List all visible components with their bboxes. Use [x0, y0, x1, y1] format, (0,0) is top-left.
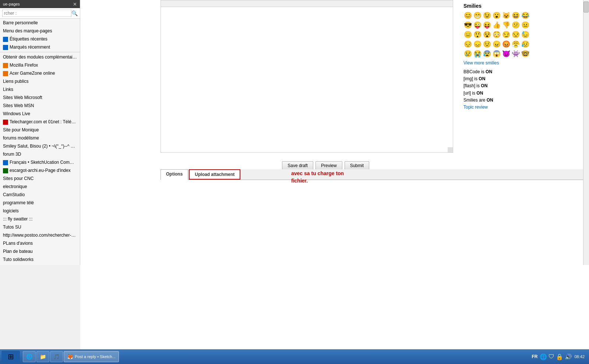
list-item[interactable]: Sites pour CNC: [0, 174, 80, 183]
smiley-22[interactable]: 😔: [463, 40, 472, 49]
windows-icon: ⊞: [8, 352, 14, 361]
smiley-30[interactable]: 😭: [473, 49, 482, 58]
list-item[interactable]: http://www.postoo.com/rechercher-code...: [0, 231, 80, 239]
editor-toolbar: [161, 0, 453, 7]
smiley-14[interactable]: 😐: [521, 21, 530, 29]
smiley-28[interactable]: 😥: [521, 40, 530, 49]
smiley-35[interactable]: 🤓: [521, 49, 530, 58]
taskbar-app-folder[interactable]: 📁: [36, 351, 49, 362]
list-item[interactable]: Tutos SU: [0, 223, 80, 231]
list-item[interactable]: Obtenir des modules complémentaires: [0, 53, 80, 61]
smiley-13[interactable]: 😕: [511, 21, 520, 29]
smiley-34[interactable]: 👾: [511, 49, 520, 58]
bbcode-status: ON: [486, 69, 492, 74]
taskbar-app-media[interactable]: 🎵: [50, 351, 63, 362]
topic-review-link[interactable]: Topic review: [463, 104, 531, 111]
network-icon: 🌐: [540, 353, 547, 360]
list-item[interactable]: Acer GameZone online: [0, 69, 80, 77]
list-item[interactable]: escargot-archi.eu-Page d'index: [0, 166, 80, 174]
smiley-20[interactable]: 😒: [511, 30, 520, 39]
smiley-21[interactable]: 😓: [521, 30, 530, 39]
start-button[interactable]: ⊞: [1, 351, 20, 363]
sidebar-separator: [0, 52, 80, 52]
smiley-2[interactable]: 😁: [473, 11, 482, 20]
smiley-12[interactable]: 👎: [502, 21, 511, 29]
taskbar-active-app[interactable]: 🦊 Post a reply • Sketch...: [64, 351, 119, 362]
smiley-32[interactable]: 😱: [492, 49, 501, 58]
save-draft-button[interactable]: Save draft: [282, 161, 313, 170]
list-item[interactable]: Barre personnelle: [0, 19, 80, 27]
list-item[interactable]: Sites Web Microsoft: [0, 93, 80, 102]
smiley-6[interactable]: 😆: [511, 11, 520, 20]
list-item[interactable]: Liens publics: [0, 77, 80, 85]
list-item[interactable]: Mozilla Firefox: [0, 61, 80, 69]
bbcode-label: BBCode: [463, 69, 480, 74]
smiley-19[interactable]: 😏: [502, 30, 511, 39]
tabs-header: Options Upload attachment: [161, 169, 588, 180]
smiley-24[interactable]: 😟: [483, 40, 491, 49]
list-item[interactable]: logiciels: [0, 207, 80, 215]
list-item[interactable]: electronique: [0, 183, 80, 191]
smiley-26[interactable]: 😡: [502, 40, 511, 49]
media-icon: 🎵: [53, 354, 60, 360]
smiley-31[interactable]: 😰: [483, 49, 491, 58]
smiley-11[interactable]: 👍: [492, 21, 501, 29]
volume-icon[interactable]: 🔊: [565, 353, 572, 360]
list-item[interactable]: Sites Web MSN: [0, 102, 80, 110]
preview-button[interactable]: Preview: [315, 161, 342, 170]
list-item[interactable]: Telecharger.com et 01net : Téléchargeme.…: [0, 118, 80, 126]
view-more-smilies-link[interactable]: View more smilies: [463, 60, 531, 66]
list-item[interactable]: Menu des marque-pages: [0, 27, 80, 35]
taskbar-right: FR 🌐 🛡 🔒 🔊 08:42: [532, 353, 588, 360]
sidebar-search-input[interactable]: [2, 10, 71, 17]
smiley-5[interactable]: 😺: [502, 11, 511, 20]
smiley-3[interactable]: 😉: [483, 11, 491, 20]
list-item[interactable]: PLans d'avions: [0, 239, 80, 247]
list-item[interactable]: Tuto solidworks: [0, 255, 80, 264]
list-item[interactable]: forums modélisme: [0, 134, 80, 142]
smiley-17[interactable]: 😵: [483, 30, 491, 39]
smiley-8[interactable]: 😎: [463, 21, 472, 29]
tab-options[interactable]: Options: [161, 169, 188, 180]
list-item[interactable]: Windows Live: [0, 110, 80, 118]
smiley-15[interactable]: 😑: [463, 30, 472, 39]
smilies-panel: Smilies 😊 😁 😉 😮 😺 😆 😂 😎 😜 😝 👍 👎 😕 😐 😑 😲 …: [461, 0, 534, 117]
list-item[interactable]: Links: [0, 85, 80, 93]
list-item[interactable]: forum 3D: [0, 150, 80, 158]
message-input[interactable]: [161, 7, 453, 152]
firefox-icon: 🦊: [67, 354, 73, 360]
page-scrollbar-thumb[interactable]: [583, 1, 589, 13]
smilies-status: ON: [487, 98, 493, 103]
list-item[interactable]: CamStudio: [0, 191, 80, 199]
list-item[interactable]: Site pour Monique: [0, 126, 80, 134]
smiley-9[interactable]: 😜: [473, 21, 482, 29]
smiley-27[interactable]: 😤: [511, 40, 520, 49]
list-item[interactable]: Français • SketchUcation Community F...: [0, 158, 80, 166]
list-item[interactable]: Marqués récemment: [0, 43, 80, 51]
smiley-16[interactable]: 😲: [473, 30, 482, 39]
smiley-4[interactable]: 😮: [492, 11, 501, 20]
smiley-25[interactable]: 😠: [492, 40, 501, 49]
submit-button[interactable]: Submit: [345, 161, 369, 170]
list-item[interactable]: Plan de bateau: [0, 247, 80, 255]
list-item[interactable]: Smiley Salut, Bisou (2) • ¬\(°_°)--^ Smi…: [0, 142, 80, 150]
smiley-18[interactable]: 😳: [492, 30, 501, 39]
list-item[interactable]: Étiquettes récentes: [0, 35, 80, 43]
editor-area: [161, 0, 453, 153]
sidebar-close-button[interactable]: ✕: [73, 1, 77, 7]
smiley-23[interactable]: 😞: [473, 40, 482, 49]
list-item[interactable]: Document sans nom: [0, 264, 80, 265]
smiley-29[interactable]: 😢: [463, 49, 472, 58]
list-item[interactable]: ::: fly swatter :::: [0, 215, 80, 223]
favicon-icon: [3, 37, 8, 42]
smiley-33[interactable]: 😈: [502, 49, 511, 58]
editor-resize-handle[interactable]: [448, 147, 453, 152]
buttons-bar: Save draft Preview Submit: [80, 158, 373, 170]
taskbar-app-ie[interactable]: 🌐: [23, 351, 36, 362]
tab-upload-attachment[interactable]: Upload attachment: [189, 169, 240, 180]
list-item[interactable]: programme télé: [0, 199, 80, 207]
smiley-10[interactable]: 😝: [483, 21, 491, 29]
page-scrollbar[interactable]: [583, 0, 589, 265]
smiley-1[interactable]: 😊: [463, 11, 472, 20]
smiley-7[interactable]: 😂: [521, 11, 530, 20]
